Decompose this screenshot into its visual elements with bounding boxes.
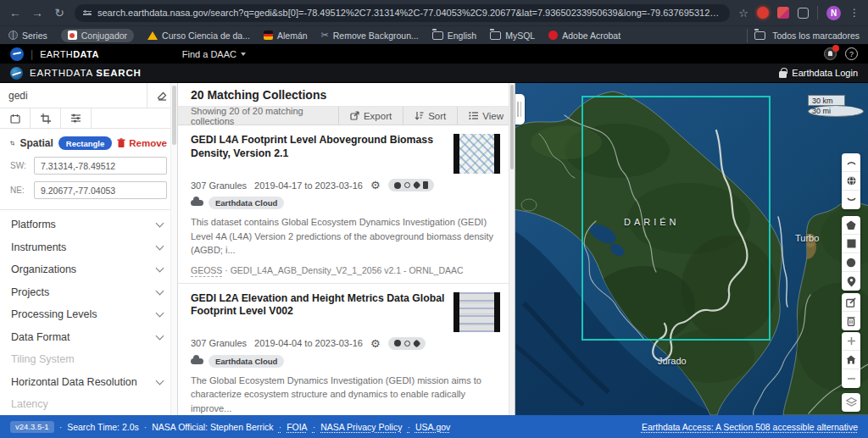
zoom-out-button[interactable] [842,369,860,388]
export-label: Export [364,111,392,121]
extension-icon-tp[interactable] [777,7,789,19]
earthdata-login-button[interactable]: Earthdata Login [779,68,858,78]
search-time: Search Time: 2.0s [54,422,139,432]
collection-card[interactable]: GEDI L2A Elevation and Height Metrics Da… [178,284,509,416]
draw-point-button[interactable] [842,272,860,291]
sliders-icon [70,114,81,123]
folder-icon [490,31,501,40]
all-bookmarks[interactable]: Todos los marcadores [747,29,860,42]
bookmark-series[interactable]: Series [8,30,47,41]
filter-tools-row [0,108,177,129]
cloud-icon [191,200,203,206]
temporal-filter-button[interactable] [0,108,31,128]
url-text[interactable]: search.earthdata.nasa.gov/search?q=gedi&… [97,8,721,18]
facet-organizations[interactable]: Organizations [0,258,177,281]
results-scrollbar[interactable] [509,83,515,415]
collections-panel: 20 Matching Collections Showing 20 of 20… [178,83,515,415]
folder-icon [754,31,765,40]
browser-menu-icon[interactable]: ⋮ [849,7,860,19]
search-input[interactable] [0,83,147,108]
notifications-bell-icon[interactable] [824,47,837,60]
facet-horizontal-data-resolution[interactable]: Horizontal Data Resolution [0,371,177,394]
earthdata-brand[interactable]: EARTHDATA [40,49,99,59]
bookmark-folder-english[interactable]: English [432,30,476,41]
bookmark-conjugador[interactable]: Conjugador [61,29,134,42]
bookmark-remove-background[interactable]: ✂Remove Backgroun... [321,30,419,41]
advanced-search-button[interactable] [61,108,92,128]
gear-icon[interactable]: ⚙ [370,179,381,191]
bookmark-aleman[interactable]: Alemán [264,30,308,41]
facet-instruments[interactable]: Instruments [0,236,177,259]
panel-resize-handle[interactable] [515,94,525,125]
extension-icon-red[interactable] [757,7,769,19]
south-polar-projection-button[interactable] [842,191,860,209]
draw-circle-button[interactable] [842,253,860,272]
gear-icon[interactable]: ⚙ [370,337,381,350]
zoom-in-button[interactable] [842,332,860,351]
bookmark-label: Curso Ciencia de da... [162,30,250,41]
earthdata-search-logo[interactable] [10,67,23,80]
find-a-daac-label: Find a DAAC [182,49,236,59]
forward-icon[interactable]: → [31,6,44,19]
bookmark-folder-mysql[interactable]: MySQL [490,30,535,41]
site-settings-icon[interactable] [83,11,92,15]
version-badge: v24.3.5-1 [10,421,54,433]
draw-rectangle-button[interactable] [842,235,860,253]
extensions-icon[interactable] [798,8,809,19]
sw-coordinate-input[interactable] [34,157,167,175]
tag-badge-icon [412,181,420,190]
geographic-projection-button[interactable] [842,172,860,191]
nasa-logo[interactable] [10,47,24,61]
sidebar-scrollbar[interactable] [170,83,177,415]
map-label-darien: DARIÉN [624,217,680,227]
foia-link[interactable]: FOIA [274,422,308,432]
bookmark-curso[interactable]: Curso Ciencia de da... [147,30,250,41]
collection-title[interactable]: GEDI L2A Elevation and Height Metrics Da… [191,292,446,332]
sort-button[interactable]: Sort [403,107,457,125]
facet-list: Platforms Instruments Organizations Proj… [0,210,177,416]
bookmark-label: MySQL [505,30,535,41]
zoom-home-button[interactable] [842,351,860,369]
facet-projects[interactable]: Projects [0,281,177,304]
view-button[interactable]: View [457,107,515,125]
facet-platforms[interactable]: Platforms [0,213,177,236]
help-icon[interactable]: ? [845,47,858,60]
delete-shape-button[interactable] [842,312,860,330]
edit-shape-button[interactable] [842,293,860,312]
adobe-favicon [548,30,558,40]
map-label-jurado: Jurado [658,356,687,366]
url-bar[interactable]: search.earthdata.nasa.gov/search?q=gedi&… [75,4,730,22]
reload-icon[interactable]: ↻ [53,6,66,19]
geoss-tag[interactable]: GEOSS [191,265,222,277]
north-polar-projection-button[interactable] [842,153,860,172]
bookmark-star-icon[interactable]: ☆ [738,7,748,19]
export-button[interactable]: Export [338,107,403,125]
collections-list: GEDI L4A Footprint Level Aboveground Bio… [178,125,515,415]
collection-card[interactable]: GEDI L4A Footprint Level Aboveground Bio… [178,125,509,284]
map-layers-button[interactable] [842,393,860,412]
ne-coordinate-input[interactable] [34,181,167,199]
profile-avatar[interactable]: N [826,6,841,20]
scale-mi: 30 mi [808,106,864,117]
usagov-link[interactable]: USA.gov [402,422,450,432]
draw-polygon-button[interactable] [842,216,860,235]
back-icon[interactable]: ← [8,6,22,19]
privacy-policy-link[interactable]: NASA Privacy Policy [308,422,403,432]
calendar-icon [10,114,20,124]
remove-spatial-button[interactable]: Remove [117,138,167,148]
layers-control [842,393,860,412]
facet-label: Platforms [11,219,157,230]
spatial-filter-button[interactable] [31,108,61,128]
find-a-daac-menu[interactable]: Find a DAAC [182,49,246,59]
accessibility-link[interactable]: Earthdata Access: A Section 508 accessib… [642,422,858,432]
crop-icon [41,114,51,124]
globe-badge-icon [394,340,401,347]
facet-processing-levels[interactable]: Processing Levels [0,303,177,326]
app-footer: v24.3.5-1 Search Time: 2.0s NASA Officia… [0,415,868,438]
collection-thumbnail [453,134,500,174]
bookmark-adobe[interactable]: Adobe Acrobat [548,30,620,41]
map[interactable]: DARIÉN Turbo Jurado 30 km 30 mi [515,83,868,415]
facet-label: Projects [11,286,157,298]
collection-title[interactable]: GEDI L4A Footprint Level Aboveground Bio… [191,134,446,174]
facet-data-format[interactable]: Data Format [0,326,177,349]
